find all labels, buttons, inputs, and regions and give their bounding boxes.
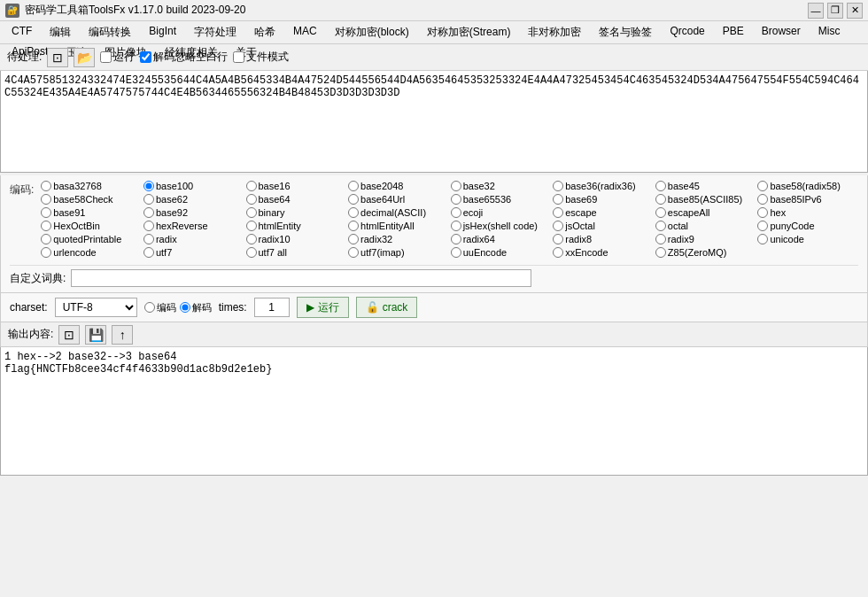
encoding-option-base16[interactable]: base16 — [246, 181, 347, 191]
encoding-option-base58Check[interactable]: base58Check — [41, 194, 142, 205]
input-textarea[interactable] — [0, 71, 868, 173]
menu-item-BigInt[interactable]: BigInt — [141, 23, 184, 42]
encoding-option-base62[interactable]: base62 — [143, 194, 244, 205]
load-file-button[interactable]: 📂 — [74, 48, 95, 67]
encoding-option-base36radix36[interactable]: base36(radix36) — [553, 181, 654, 191]
encoding-option-hex[interactable]: hex — [757, 207, 858, 218]
encoding-radio-radix64[interactable] — [451, 234, 461, 244]
encoding-option-base92[interactable]: base92 — [143, 207, 244, 218]
encoding-radio-base69[interactable] — [553, 194, 563, 205]
menu-item-哈希[interactable]: 哈希 — [246, 23, 283, 42]
minimize-button[interactable]: — — [808, 3, 824, 19]
encoding-radio-xxEncode[interactable] — [553, 247, 563, 258]
encoding-radio-decimalASCII[interactable] — [348, 207, 359, 218]
menu-item-非对称加密[interactable]: 非对称加密 — [520, 23, 589, 42]
encoding-option-escapeAll[interactable]: escapeAll — [655, 207, 756, 218]
encoding-option-utf7imap[interactable]: utf7(imap) — [348, 247, 449, 258]
encoding-radio-radix9[interactable] — [655, 234, 666, 244]
encoding-option-decimalASCII[interactable]: decimal(ASCII) — [348, 207, 449, 218]
menu-item-签名与验签[interactable]: 签名与验签 — [591, 23, 660, 42]
encoding-radio-binary[interactable] — [246, 207, 257, 218]
run-button[interactable]: ▶ 运行 — [297, 297, 349, 318]
encoding-radio-utf7all[interactable] — [246, 247, 257, 258]
encoding-radio-hexReverse[interactable] — [143, 221, 154, 231]
encoding-radio-base32[interactable] — [451, 181, 461, 191]
encoding-option-radix32[interactable]: radix32 — [348, 234, 449, 244]
encoding-radio-base92[interactable] — [143, 207, 154, 218]
encoding-option-base85ASCII85[interactable]: base85(ASCII85) — [655, 194, 756, 205]
encode-radio-label[interactable]: 编码 — [144, 301, 176, 314]
encoding-radio-quotedPrintable[interactable] — [41, 234, 51, 244]
crack-button[interactable]: 🔓 crack — [356, 297, 418, 318]
encoding-radio-base64[interactable] — [246, 194, 257, 205]
encoding-option-Z85ZeroMQ[interactable]: Z85(ZeroMQ) — [655, 247, 756, 258]
output-textarea[interactable] — [0, 347, 868, 476]
ignore-space-checkbox-label[interactable]: 解码忽略空白行 — [140, 50, 228, 65]
clear-input-button[interactable]: ⊡ — [47, 48, 68, 67]
encoding-option-radix64[interactable]: radix64 — [451, 234, 552, 244]
charset-select[interactable]: UTF-8GBKGB2312UTF-16ISO-8859-1 — [55, 298, 137, 317]
menu-item-对称加密(block)[interactable]: 对称加密(block) — [327, 23, 417, 42]
encoding-radio-base58Check[interactable] — [41, 194, 51, 205]
encoding-option-xxEncode[interactable]: xxEncode — [553, 247, 654, 258]
encoding-option-base91[interactable]: base91 — [41, 207, 142, 218]
encoding-radio-base58radix58[interactable] — [757, 181, 768, 191]
decode-radio[interactable] — [180, 302, 190, 313]
encoding-option-base85IPv6[interactable]: base85IPv6 — [757, 194, 858, 205]
encoding-option-ecoji[interactable]: ecoji — [451, 207, 552, 218]
encoding-radio-htmlEntity[interactable] — [246, 221, 257, 231]
encoding-radio-unicode[interactable] — [757, 234, 768, 244]
encoding-option-escape[interactable]: escape — [553, 207, 654, 218]
encoding-option-base64[interactable]: base64 — [246, 194, 347, 205]
encoding-radio-jsHexShellCode[interactable] — [451, 221, 461, 231]
custom-dict-input[interactable] — [71, 269, 531, 287]
encoding-option-jsOctal[interactable]: jsOctal — [553, 221, 654, 231]
encoding-option-octal[interactable]: octal — [655, 221, 756, 231]
encoding-radio-punyCode[interactable] — [757, 221, 768, 231]
encoding-option-htmlEntity[interactable]: htmlEntity — [246, 221, 347, 231]
menu-item-CTF[interactable]: CTF — [4, 23, 40, 42]
encoding-radio-radix10[interactable] — [246, 234, 257, 244]
encoding-radio-base91[interactable] — [41, 207, 51, 218]
encoding-radio-base85IPv6[interactable] — [757, 194, 768, 205]
encoding-radio-uuEncode[interactable] — [451, 247, 461, 258]
encoding-option-HexOctBin[interactable]: HexOctBin — [41, 221, 142, 231]
menu-item-编码转换[interactable]: 编码转换 — [81, 23, 139, 42]
encoding-option-base45[interactable]: base45 — [655, 181, 756, 191]
encoding-radio-HexOctBin[interactable] — [41, 221, 51, 231]
encoding-radio-base36radix36[interactable] — [553, 181, 563, 191]
menu-item-对称加密(Stream)[interactable]: 对称加密(Stream) — [419, 23, 519, 42]
encoding-option-radix8[interactable]: radix8 — [553, 234, 654, 244]
encoding-option-base64Url[interactable]: base64Url — [348, 194, 449, 205]
encoding-option-base100[interactable]: base100 — [143, 181, 244, 191]
encoding-option-quotedPrintable[interactable]: quotedPrintable — [41, 234, 142, 244]
encoding-option-base32[interactable]: base32 — [451, 181, 552, 191]
encode-radio[interactable] — [144, 302, 155, 313]
menu-item-MAC[interactable]: MAC — [285, 23, 325, 42]
encoding-radio-htmlEntityAll[interactable] — [348, 221, 359, 231]
menu-item-Qrcode[interactable]: Qrcode — [662, 23, 712, 42]
save-output-button[interactable]: 💾 — [85, 325, 106, 345]
encoding-option-jsHexShellCode[interactable]: jsHex(shell code) — [451, 221, 552, 231]
encoding-option-radix[interactable]: radix — [143, 234, 244, 244]
close-button[interactable]: ✕ — [847, 3, 863, 19]
menu-item-字符处理[interactable]: 字符处理 — [186, 23, 244, 42]
encoding-option-radix10[interactable]: radix10 — [246, 234, 347, 244]
encoding-option-utf7[interactable]: utf7 — [143, 247, 244, 258]
encoding-radio-base85ASCII85[interactable] — [655, 194, 666, 205]
encoding-option-uuEncode[interactable]: uuEncode — [451, 247, 552, 258]
encoding-radio-utf7imap[interactable] — [348, 247, 359, 258]
encoding-option-base2048[interactable]: base2048 — [348, 181, 449, 191]
encoding-radio-base16[interactable] — [246, 181, 257, 191]
encoding-option-utf7all[interactable]: utf7 all — [246, 247, 347, 258]
encoding-radio-base62[interactable] — [143, 194, 154, 205]
encoding-radio-base65536[interactable] — [451, 194, 461, 205]
encoding-option-hexReverse[interactable]: hexReverse — [143, 221, 244, 231]
encoding-radio-base100[interactable] — [143, 181, 154, 191]
menu-item-编辑[interactable]: 编辑 — [42, 23, 79, 42]
ignore-space-checkbox[interactable] — [140, 51, 151, 63]
encoding-option-radix9[interactable]: radix9 — [655, 234, 756, 244]
send-to-input-button[interactable]: ↑ — [112, 325, 133, 345]
run-checkbox[interactable] — [100, 51, 112, 63]
encoding-radio-base64Url[interactable] — [348, 194, 359, 205]
